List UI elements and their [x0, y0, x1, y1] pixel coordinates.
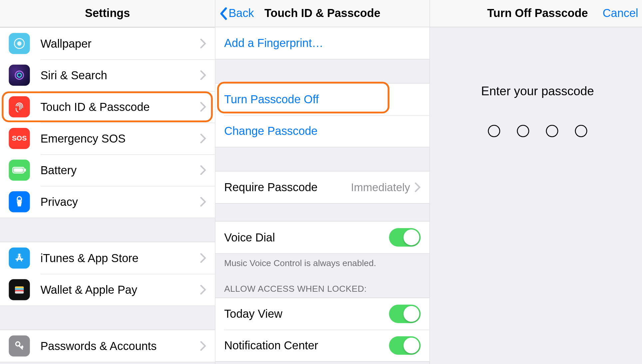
svg-point-3: [17, 73, 21, 77]
require-passcode-value: Immediately: [351, 181, 410, 193]
cancel-button[interactable]: Cancel: [603, 7, 638, 20]
require-passcode-row[interactable]: Require Passcode Immediately: [215, 172, 430, 203]
today-view-label: Today View: [224, 307, 389, 321]
settings-row-label: Privacy: [40, 195, 200, 208]
settings-row-label: Passwords & Accounts: [40, 339, 200, 353]
wallet-icon: [9, 279, 30, 300]
voice-dial-footer: Music Voice Control is always enabled.: [215, 254, 430, 271]
back-button[interactable]: Back: [219, 7, 254, 20]
allow-access-header: ALLOW ACCESS WHEN LOCKED:: [215, 271, 430, 298]
fingerprint-group: Add a Fingerprint…: [215, 27, 430, 59]
settings-row-label: Wallet & Apple Pay: [40, 283, 200, 296]
settings-row-label: Emergency SOS: [40, 132, 200, 145]
settings-row-privacy[interactable]: Privacy: [0, 186, 215, 217]
settings-row-label: Siri & Search: [40, 68, 200, 82]
passcode-dot-4[interactable]: [575, 125, 587, 137]
settings-row-touchid[interactable]: Touch ID & Passcode: [0, 91, 215, 123]
battery-icon: [9, 160, 30, 181]
voice-dial-group: Voice Dial: [215, 221, 430, 254]
settings-row-wallpaper[interactable]: Wallpaper: [0, 28, 215, 59]
chevron-right-icon: [200, 102, 206, 112]
settings-panel: Settings Wallpaper Siri & Search Touch I…: [0, 0, 215, 364]
settings-row-label: Touch ID & Passcode: [40, 100, 200, 114]
settings-row-battery[interactable]: Battery: [0, 154, 215, 186]
svg-point-2: [15, 71, 24, 79]
privacy-icon: [9, 191, 30, 212]
turnoff-title: Turn Off Passcode: [487, 7, 588, 20]
passcode-dot-1[interactable]: [488, 125, 500, 137]
svg-rect-10: [15, 291, 24, 294]
chevron-right-icon: [200, 39, 206, 48]
settings-row-passwords[interactable]: Passwords & Accounts: [0, 330, 215, 362]
voice-dial-toggle[interactable]: [389, 228, 421, 246]
settings-row-label: Wallpaper: [40, 37, 200, 50]
settings-row-label: iTunes & App Store: [40, 251, 200, 265]
touchid-navbar: Back Touch ID & Passcode: [215, 0, 430, 27]
add-fingerprint-label: Add a Fingerprint…: [224, 36, 323, 50]
appstore-icon: [9, 247, 30, 268]
notification-center-label: Notification Center: [224, 339, 389, 352]
settings-group-1: Wallpaper Siri & Search Touch ID & Passc…: [0, 27, 215, 218]
allow-access-group: Today View Notification Center: [215, 298, 430, 362]
svg-point-1: [17, 41, 21, 46]
settings-group-2: iTunes & App Store Wallet & Apple Pay: [0, 242, 215, 306]
fingerprint-icon: [9, 96, 30, 117]
chevron-right-icon: [200, 253, 206, 263]
add-fingerprint-button[interactable]: Add a Fingerprint…: [215, 27, 430, 59]
sos-icon: SOS: [9, 128, 30, 149]
chevron-right-icon: [200, 285, 206, 294]
notification-center-row[interactable]: Notification Center: [215, 330, 430, 361]
voice-dial-row[interactable]: Voice Dial: [215, 221, 430, 253]
back-label: Back: [228, 7, 254, 20]
require-group: Require Passcode Immediately: [215, 171, 430, 203]
settings-row-label: Battery: [40, 163, 200, 177]
svg-rect-5: [25, 169, 26, 172]
notification-center-toggle[interactable]: [389, 336, 421, 355]
chevron-right-icon: [200, 341, 206, 351]
turnoff-panel: Turn Off Passcode Cancel Enter your pass…: [430, 0, 642, 364]
settings-group-3: Passwords & Accounts: [0, 330, 215, 362]
touchid-panel: Back Touch ID & Passcode Add a Fingerpri…: [215, 0, 430, 364]
settings-navbar: Settings: [0, 0, 215, 27]
chevron-left-icon: [219, 7, 227, 20]
key-icon: [9, 335, 30, 356]
chevron-right-icon: [200, 165, 206, 175]
passcode-prompt: Enter your passcode: [430, 84, 642, 98]
svg-rect-6: [14, 168, 23, 172]
siri-icon: [9, 65, 30, 86]
wallpaper-icon: [9, 33, 30, 54]
passcode-dot-3[interactable]: [546, 125, 558, 137]
turn-passcode-off-button[interactable]: Turn Passcode Off: [215, 84, 430, 115]
today-view-row[interactable]: Today View: [215, 298, 430, 330]
cancel-label: Cancel: [603, 7, 638, 20]
settings-row-siri[interactable]: Siri & Search: [0, 59, 215, 91]
require-passcode-label: Require Passcode: [224, 181, 351, 194]
settings-row-wallet[interactable]: Wallet & Apple Pay: [0, 274, 215, 305]
change-passcode-button[interactable]: Change Passcode: [215, 115, 430, 147]
passcode-dots: [430, 125, 642, 137]
touchid-title: Touch ID & Passcode: [264, 7, 380, 20]
settings-row-itunes[interactable]: iTunes & App Store: [0, 242, 215, 274]
chevron-right-icon: [200, 134, 206, 143]
settings-row-sos[interactable]: SOS Emergency SOS: [0, 123, 215, 154]
turnoff-navbar: Turn Off Passcode Cancel: [430, 0, 642, 27]
chevron-right-icon: [415, 182, 421, 192]
today-view-toggle[interactable]: [389, 305, 421, 323]
settings-title: Settings: [85, 7, 130, 20]
voice-dial-label: Voice Dial: [224, 230, 389, 244]
passcode-dot-2[interactable]: [517, 125, 529, 137]
chevron-right-icon: [200, 70, 206, 80]
chevron-right-icon: [200, 197, 206, 206]
change-passcode-label: Change Passcode: [224, 124, 317, 138]
turn-passcode-off-label: Turn Passcode Off: [224, 93, 319, 106]
passcode-actions-group: Turn Passcode Off Change Passcode: [215, 83, 430, 147]
